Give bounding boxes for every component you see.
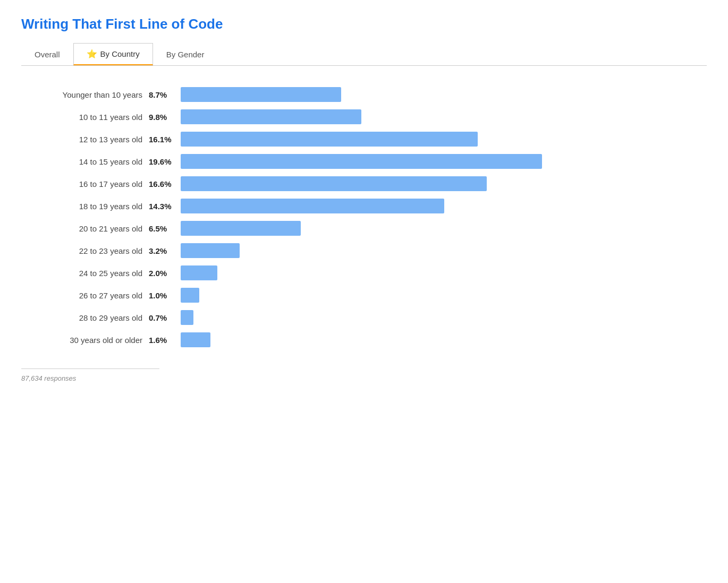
bar-label: 16 to 17 years old xyxy=(32,179,149,188)
bar-percentage: 6.5% xyxy=(149,224,181,233)
chart-row: 14 to 15 years old19.6% xyxy=(32,154,696,169)
bar-label: 20 to 21 years old xyxy=(32,224,149,233)
bar-wrapper xyxy=(181,265,696,280)
bar-label: 14 to 15 years old xyxy=(32,157,149,166)
bar-wrapper xyxy=(181,243,696,258)
bar-wrapper xyxy=(181,332,696,347)
bar-percentage: 19.6% xyxy=(149,157,181,166)
bar-label: 12 to 13 years old xyxy=(32,135,149,144)
bar xyxy=(181,109,361,124)
bar-wrapper xyxy=(181,310,696,325)
bar-percentage: 9.8% xyxy=(149,113,181,122)
chart-row: 24 to 25 years old2.0% xyxy=(32,265,696,280)
tab-bar: Overall⭐By CountryBy Gender xyxy=(21,43,707,66)
chart-container: Younger than 10 years8.7%10 to 11 years … xyxy=(21,87,707,347)
bar-wrapper xyxy=(181,176,696,191)
bar-wrapper xyxy=(181,154,696,169)
bar-wrapper xyxy=(181,199,696,213)
bar-label: 22 to 23 years old xyxy=(32,246,149,255)
star-icon: ⭐ xyxy=(87,49,97,59)
bar xyxy=(181,87,341,102)
chart-row: Younger than 10 years8.7% xyxy=(32,87,696,102)
bar-percentage: 14.3% xyxy=(149,202,181,211)
tab-overall[interactable]: Overall xyxy=(21,43,73,65)
bar-wrapper xyxy=(181,288,696,303)
bar-label: 24 to 25 years old xyxy=(32,269,149,278)
bar-percentage: 16.6% xyxy=(149,179,181,188)
bar-percentage: 3.2% xyxy=(149,246,181,255)
bar xyxy=(181,243,240,258)
page-title: Writing That First Line of Code xyxy=(21,16,707,32)
bar-wrapper xyxy=(181,87,696,102)
bar xyxy=(181,310,193,325)
bar xyxy=(181,288,199,303)
bar-percentage: 16.1% xyxy=(149,135,181,144)
tab-label: By Country xyxy=(100,49,140,58)
tab-label: By Gender xyxy=(166,50,205,59)
bar-label: 10 to 11 years old xyxy=(32,113,149,122)
bar xyxy=(181,199,444,213)
bar xyxy=(181,332,210,347)
response-count: 87,634 responses xyxy=(21,374,76,382)
bar-percentage: 2.0% xyxy=(149,269,181,278)
tab-label: Overall xyxy=(35,50,60,59)
bar-label: 30 years old or older xyxy=(32,336,149,345)
bar-label: Younger than 10 years xyxy=(32,90,149,99)
chart-row: 30 years old or older1.6% xyxy=(32,332,696,347)
chart-row: 12 to 13 years old16.1% xyxy=(32,132,696,147)
chart-row: 10 to 11 years old9.8% xyxy=(32,109,696,124)
tab-by-country[interactable]: ⭐By Country xyxy=(73,43,153,65)
bar xyxy=(181,154,542,169)
bar-wrapper xyxy=(181,132,696,147)
chart-row: 28 to 29 years old0.7% xyxy=(32,310,696,325)
bar-percentage: 1.0% xyxy=(149,291,181,300)
bar-percentage: 1.6% xyxy=(149,336,181,345)
bar xyxy=(181,176,487,191)
bar-percentage: 8.7% xyxy=(149,90,181,99)
bar-label: 18 to 19 years old xyxy=(32,202,149,211)
footer: 87,634 responses xyxy=(21,368,159,382)
chart-row: 26 to 27 years old1.0% xyxy=(32,288,696,303)
chart-row: 18 to 19 years old14.3% xyxy=(32,199,696,213)
bar-wrapper xyxy=(181,221,696,236)
bar xyxy=(181,132,478,147)
chart-row: 20 to 21 years old6.5% xyxy=(32,221,696,236)
bar-percentage: 0.7% xyxy=(149,313,181,322)
bar-label: 26 to 27 years old xyxy=(32,291,149,300)
chart-row: 22 to 23 years old3.2% xyxy=(32,243,696,258)
bar-label: 28 to 29 years old xyxy=(32,313,149,322)
bar xyxy=(181,265,217,280)
chart-row: 16 to 17 years old16.6% xyxy=(32,176,696,191)
tab-by-gender[interactable]: By Gender xyxy=(153,43,218,65)
bar-wrapper xyxy=(181,109,696,124)
bar xyxy=(181,221,301,236)
